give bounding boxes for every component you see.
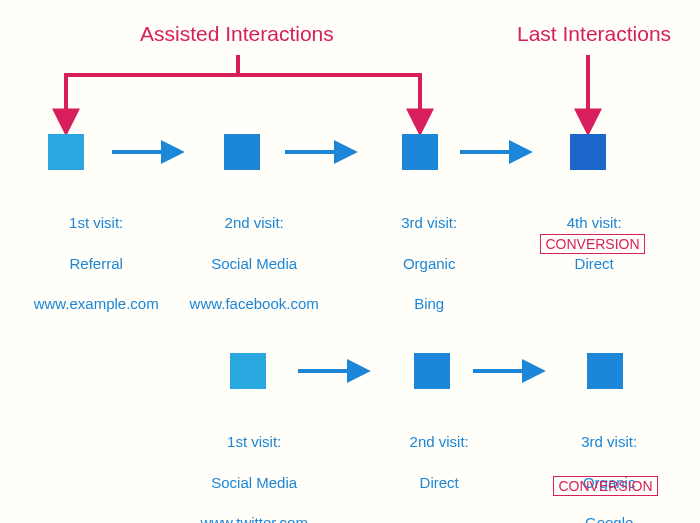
- visit-title: 3rd visit:: [581, 433, 637, 450]
- visit-box-2-3: [587, 353, 623, 389]
- visit-title: 1st visit:: [227, 433, 281, 450]
- visit-title: 3rd visit:: [401, 214, 457, 231]
- visit-channel: Social Media: [211, 255, 297, 272]
- assisted-arrow-left: [66, 55, 238, 114]
- visit-box-1-4: [570, 134, 606, 170]
- visit-title: 4th visit:: [567, 214, 622, 231]
- visit-title: 1st visit:: [69, 214, 123, 231]
- visit-label-2-2: 2nd visit: Direct: [380, 412, 490, 493]
- heading-assisted: Assisted Interactions: [140, 22, 334, 46]
- visit-box-1-1: [48, 134, 84, 170]
- visit-channel: Direct: [575, 255, 614, 272]
- visit-box-2-2: [414, 353, 450, 389]
- visit-detail: Bing: [414, 295, 444, 312]
- visit-box-2-1: [230, 353, 266, 389]
- visit-detail: www.facebook.com: [190, 295, 319, 312]
- visit-detail: www.twitter.com: [200, 514, 308, 523]
- visit-box-1-3: [402, 134, 438, 170]
- visit-label-1-3: 3rd visit: Organic Bing: [375, 193, 475, 315]
- visit-title: 2nd visit:: [410, 433, 469, 450]
- heading-last: Last Interactions: [517, 22, 671, 46]
- visit-channel: Direct: [420, 474, 459, 491]
- conversion-badge-2: CONVERSION: [553, 476, 658, 496]
- visit-detail: www.example.com: [34, 295, 159, 312]
- visit-label-1-2: 2nd visit: Social Media www.facebook.com: [175, 193, 325, 315]
- visit-box-1-2: [224, 134, 260, 170]
- visit-channel: Referral: [69, 255, 122, 272]
- visit-label-2-1: 1st visit: Social Media www.twitter.com: [180, 412, 320, 523]
- visit-channel: Organic: [403, 255, 456, 272]
- visit-label-1-1: 1st visit: Referral www.example.com: [22, 193, 162, 315]
- conversion-badge-1: CONVERSION: [540, 234, 645, 254]
- visit-detail: Google: [585, 514, 633, 523]
- assisted-arrow-right: [238, 55, 420, 114]
- visit-title: 2nd visit:: [225, 214, 284, 231]
- visit-label-2-3: 3rd visit: Organic Google: [555, 412, 655, 523]
- visit-channel: Social Media: [211, 474, 297, 491]
